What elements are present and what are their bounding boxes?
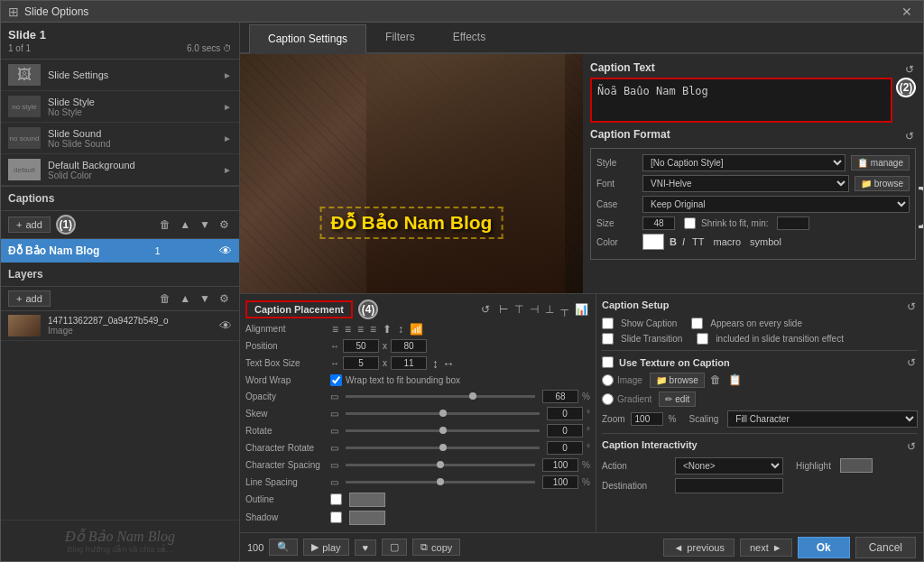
heart-button[interactable]: ♥ bbox=[355, 539, 377, 556]
char-rotate-value[interactable] bbox=[547, 441, 583, 455]
play-button[interactable]: ▶ play bbox=[303, 539, 348, 556]
align-center-h-button[interactable]: ⊤ bbox=[513, 303, 525, 316]
move-down-layer-button[interactable]: ▼ bbox=[197, 292, 213, 305]
align-bottom-button[interactable]: 📊 bbox=[573, 303, 590, 316]
tt-button[interactable]: TT bbox=[690, 236, 706, 247]
copy-button[interactable]: ⧉ copy bbox=[412, 539, 460, 556]
bold-button[interactable]: B bbox=[670, 236, 677, 247]
line-spacing-slider[interactable] bbox=[346, 481, 535, 484]
align-center-v-button[interactable]: ┬ bbox=[559, 303, 570, 316]
settings-layer-button[interactable]: ⚙ bbox=[217, 292, 232, 305]
delete-texture-button[interactable]: 🗑 bbox=[708, 373, 723, 386]
shadow-color-picker[interactable] bbox=[349, 511, 385, 525]
opacity-value[interactable] bbox=[542, 390, 578, 403]
font-select[interactable]: VNI-Helve bbox=[642, 175, 849, 192]
shadow-checkbox[interactable] bbox=[330, 511, 342, 523]
align-left-button[interactable]: ⊢ bbox=[497, 303, 510, 316]
reset-caption-text-button[interactable]: ↺ bbox=[903, 63, 916, 76]
text-align-center[interactable]: ≡ bbox=[343, 323, 353, 336]
next-button[interactable]: next ► bbox=[740, 539, 792, 557]
caption-list-item[interactable]: Đỗ Bảo Nam Blog 1 👁 bbox=[1, 239, 239, 263]
transition-effect-checkbox[interactable] bbox=[697, 333, 708, 345]
text-align-left[interactable]: ≡ bbox=[330, 323, 340, 336]
ok-button[interactable]: Ok bbox=[798, 537, 850, 558]
tab-effects[interactable]: Effects bbox=[434, 23, 504, 52]
char-rotate-slider[interactable] bbox=[346, 447, 540, 449]
text-align-justify[interactable]: ≡ bbox=[368, 323, 378, 336]
appears-every-slide-checkbox[interactable] bbox=[691, 318, 703, 329]
align-right-button[interactable]: ⊣ bbox=[528, 303, 541, 316]
reset-texture-button[interactable]: ↺ bbox=[905, 356, 918, 369]
opacity-slider[interactable] bbox=[346, 395, 535, 398]
show-caption-checkbox[interactable] bbox=[602, 318, 614, 329]
macro-button[interactable]: macro bbox=[711, 236, 743, 247]
reset-format-button[interactable]: ↺ bbox=[903, 130, 916, 143]
delete-caption-button[interactable]: 🗑 bbox=[157, 218, 173, 231]
align-top-button[interactable]: ⊥ bbox=[543, 303, 556, 316]
textbox-w-input[interactable] bbox=[343, 356, 379, 370]
rotate-slider[interactable] bbox=[346, 429, 540, 432]
reset-setup-button[interactable]: ↺ bbox=[905, 300, 918, 313]
rotate-value[interactable] bbox=[547, 424, 583, 438]
tab-filters[interactable]: Filters bbox=[366, 23, 434, 52]
text-valign-bot[interactable]: 📶 bbox=[408, 323, 425, 336]
italic-button[interactable]: I bbox=[682, 236, 685, 247]
move-up-caption-button[interactable]: ▲ bbox=[177, 218, 193, 231]
position-x-input[interactable] bbox=[343, 339, 379, 353]
size-input[interactable] bbox=[642, 217, 675, 230]
skew-slider[interactable] bbox=[346, 412, 540, 415]
previous-button[interactable]: ◄ previous bbox=[663, 539, 734, 557]
frame-button[interactable]: ▢ bbox=[382, 539, 407, 556]
sidebar-item-default-bg[interactable]: default Default Background Solid Color ► bbox=[1, 154, 239, 186]
texture-checkbox[interactable] bbox=[602, 356, 614, 368]
sidebar-item-slide-style[interactable]: no style Slide Style No Style ► bbox=[1, 91, 239, 123]
outline-color-picker[interactable] bbox=[349, 493, 385, 507]
char-spacing-slider[interactable] bbox=[346, 464, 535, 466]
symbol-button[interactable]: symbol bbox=[748, 236, 783, 247]
char-spacing-value[interactable] bbox=[542, 458, 578, 472]
text-valign-mid[interactable]: ↕ bbox=[396, 323, 405, 336]
scaling-select[interactable]: Fill Character bbox=[727, 410, 918, 428]
settings-caption-button[interactable]: ⚙ bbox=[217, 218, 232, 231]
style-select[interactable]: [No Caption Style] bbox=[642, 154, 845, 171]
copy-texture-button[interactable]: 📋 bbox=[726, 373, 744, 386]
text-valign-top[interactable]: ⬆ bbox=[381, 323, 393, 336]
image-radio[interactable] bbox=[602, 374, 614, 386]
add-caption-button[interactable]: + add bbox=[8, 217, 51, 233]
move-down-caption-button[interactable]: ▼ bbox=[197, 218, 213, 231]
color-picker[interactable] bbox=[642, 234, 664, 250]
browse-texture-button[interactable]: 📁 browse bbox=[650, 373, 705, 388]
action-select[interactable]: <None> bbox=[675, 457, 783, 474]
layer-list-item[interactable]: 14711362287_0a9427b549_o Image 👁 bbox=[1, 311, 239, 341]
move-up-layer-button[interactable]: ▲ bbox=[177, 292, 193, 305]
case-select[interactable]: Keep Original bbox=[642, 196, 910, 213]
outline-checkbox[interactable] bbox=[330, 493, 342, 505]
textbox-h-input[interactable] bbox=[391, 356, 427, 370]
sidebar-item-slide-settings[interactable]: 🖼 Slide Settings ► bbox=[1, 60, 239, 91]
manage-button[interactable]: 📋 manage bbox=[851, 155, 910, 170]
add-layer-button[interactable]: + add bbox=[8, 290, 51, 307]
wordwrap-checkbox[interactable] bbox=[330, 374, 342, 386]
position-y-input[interactable] bbox=[391, 339, 427, 353]
skew-value[interactable] bbox=[547, 407, 583, 420]
line-spacing-value[interactable] bbox=[542, 475, 578, 489]
cancel-button[interactable]: Cancel bbox=[855, 537, 916, 558]
caption-text-input[interactable] bbox=[590, 78, 892, 123]
tab-caption-settings[interactable]: Caption Settings bbox=[249, 24, 366, 54]
zoom-input[interactable] bbox=[631, 412, 663, 426]
zoom-search-button[interactable]: 🔍 bbox=[269, 539, 298, 556]
edit-gradient-button[interactable]: ✏ edit bbox=[659, 392, 696, 407]
delete-layer-button[interactable]: 🗑 bbox=[157, 292, 173, 305]
close-button[interactable]: ✕ bbox=[898, 5, 916, 19]
reset-interactivity-button[interactable]: ↺ bbox=[905, 440, 918, 453]
gradient-radio[interactable] bbox=[602, 393, 614, 405]
destination-input[interactable] bbox=[675, 478, 783, 493]
slide-transition-checkbox[interactable] bbox=[602, 333, 614, 345]
text-align-right[interactable]: ≡ bbox=[356, 323, 365, 336]
shrink-checkbox[interactable] bbox=[684, 217, 696, 229]
shrink-value-input[interactable] bbox=[777, 217, 809, 230]
highlight-color-box[interactable] bbox=[840, 458, 873, 473]
reset-placement-button[interactable]: ↺ bbox=[479, 303, 492, 316]
sidebar-item-slide-sound[interactable]: no sound Slide Sound No Slide Sound ► bbox=[1, 123, 239, 154]
browse-font-button[interactable]: 📁 browse bbox=[855, 176, 910, 191]
